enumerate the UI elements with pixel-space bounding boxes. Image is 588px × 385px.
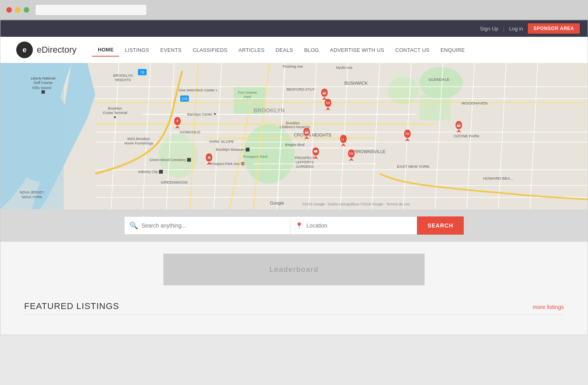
nav-classifieds[interactable]: CLASSIFIEDS [187,44,233,56]
svg-text:Myrtle Ave: Myrtle Ave [336,66,353,70]
location-wrapper: 📍 [290,216,417,235]
nav-home[interactable]: HOME [92,44,119,57]
svg-text:GOWANUS: GOWANUS [180,130,201,134]
svg-text:BROWNSVILLE: BROWNSVILLE [354,149,385,154]
svg-text:🍽: 🍽 [349,152,353,156]
search-button[interactable]: SEARCH [417,216,463,235]
svg-text:Park: Park [244,95,251,99]
svg-text:Home Furnishings: Home Furnishings [124,141,153,145]
header: e eDirectory HOME LISTINGS EVENTS CLASSI… [0,37,588,63]
leaderboard-section: Leaderboard [0,242,588,297]
svg-text:Brooklyn Museum ⬛: Brooklyn Museum ⬛ [216,147,250,152]
svg-text:LEFFERTS: LEFFERTS [296,160,314,164]
search-icon: 🔍 [129,221,138,230]
svg-text:HEIGHTS: HEIGHTS [115,78,131,82]
svg-text:BEDFORD-STUY: BEDFORD-STUY [287,87,315,91]
logo-text: eDirectory [37,45,76,55]
address-bar[interactable] [36,5,146,15]
svg-text:278: 278 [182,97,188,101]
leaderboard-box: Leaderboard [163,254,425,285]
nav-advertise[interactable]: ADVERTISE WITH US [324,44,390,56]
svg-text:BROOKLYN: BROOKLYN [254,107,285,114]
svg-text:NOVA YORK: NOVA YORK [22,195,42,199]
svg-text:©2016 Google · Dados cartográf: ©2016 Google · Dados cartográficos ©2016… [302,202,410,206]
svg-text:IKEA Brooklyn: IKEA Brooklyn [127,137,150,141]
svg-text:☕: ☕ [456,122,461,127]
svg-text:■: ■ [114,115,116,119]
minimize-dot[interactable] [15,7,21,13]
svg-text:Empire Blvd: Empire Blvd [285,143,304,147]
svg-text:📖: 📖 [313,149,318,154]
svg-text:Industry City ⬛: Industry City ⬛ [138,169,163,174]
map-container[interactable]: 278 78 Ellis Island ⬛ Liberty National G… [0,63,588,209]
svg-text:🍽: 🍽 [326,101,330,105]
nav-deals[interactable]: DEALS [270,44,299,56]
sponsor-button[interactable]: SPONSOR AREA [528,23,580,34]
svg-text:WOODHAVEN: WOODHAVEN [462,101,488,105]
svg-text:⬛: ⬛ [41,90,45,94]
close-dot[interactable] [6,7,12,13]
svg-text:CROWN HEIGHTS: CROWN HEIGHTS [294,133,331,137]
svg-text:🎁: 🎁 [341,137,346,141]
signup-link[interactable]: Sign Up [480,26,498,32]
top-bar: Sign Up | Log in SPONSOR AREA [0,20,588,37]
featured-title: FEATURED LISTINGS [24,301,119,311]
logo-icon: e [16,42,33,58]
svg-text:Fort Greene: Fort Greene [238,91,257,95]
nav-listings[interactable]: LISTINGS [119,44,155,56]
divider: | [503,26,504,32]
login-link[interactable]: Log in [509,26,523,32]
svg-text:BROOKLYN: BROOKLYN [113,74,133,78]
svg-text:OZONE PARK: OZONE PARK [454,134,480,138]
nav-events[interactable]: EVENTS [155,44,187,56]
featured-header: FEATURED LISTINGS more listings [24,301,564,315]
svg-text:GREENWOOD: GREENWOOD [161,180,188,184]
svg-text:Green-Wood Cemetery ⬛: Green-Wood Cemetery ⬛ [149,157,192,162]
browser-dots [6,7,29,13]
featured-section: FEATURED LISTINGS more listings [0,297,588,335]
svg-text:Barclays Center ⚑: Barclays Center ⚑ [187,112,216,116]
svg-text:78: 78 [140,70,144,74]
svg-text:Ellis Island: Ellis Island [32,85,51,90]
svg-text:Flushing Ave: Flushing Ave [283,64,303,68]
leaderboard-label: Leaderboard [269,266,319,274]
svg-rect-4 [0,63,64,209]
svg-text:☕: ☕ [322,90,327,95]
maximize-dot[interactable] [24,7,29,13]
map-svg: 278 78 Ellis Island ⬛ Liberty National G… [0,63,588,209]
nav-articles[interactable]: ARTICLES [233,44,270,56]
svg-text:PARK SLOPE: PARK SLOPE [209,139,234,144]
search-input[interactable] [141,222,285,229]
browser-chrome [0,0,588,20]
svg-text:Prospect Park Zoo 🦁: Prospect Park Zoo 🦁 [210,161,245,166]
svg-text:Brooklyn: Brooklyn [286,121,300,125]
nav-enquire[interactable]: ENQUIRE [435,44,470,56]
location-icon: 📍 [295,222,303,229]
svg-text:Golf Course: Golf Course [34,81,53,85]
location-input[interactable] [306,222,412,229]
svg-point-11 [419,67,463,99]
svg-text:GLENDALE: GLENDALE [429,77,450,82]
svg-text:Brooklyn: Brooklyn [108,106,122,110]
nav-contact[interactable]: CONTACT US [390,44,435,56]
site-wrapper: Sign Up | Log in SPONSOR AREA e eDirecto… [0,20,588,335]
main-nav: HOME LISTINGS EVENTS CLASSIFIEDS ARTICLE… [92,44,470,57]
search-bar: 🔍 📍 SEARCH [0,209,588,242]
svg-text:NOVA JERSEY: NOVA JERSEY [20,190,44,194]
svg-text:Google: Google [270,201,284,205]
nav-blog[interactable]: BLOG [299,44,324,56]
svg-text:Prospect Park: Prospect Park [243,154,268,159]
svg-text:PROSPECT: PROSPECT [295,156,315,160]
svg-text:One MetroTech Center ▪: One MetroTech Center ▪ [179,88,217,92]
svg-text:BUSHWICK: BUSHWICK [344,81,368,85]
svg-text:🏠: 🏠 [207,155,212,160]
svg-text:EAST NEW YORK: EAST NEW YORK [397,164,430,169]
svg-text:GARDENS: GARDENS [296,165,313,169]
logo[interactable]: e eDirectory [16,42,76,58]
svg-text:HOWARD BEA...: HOWARD BEA... [483,176,513,180]
svg-marker-5 [80,63,588,209]
svg-text:🍽: 🍽 [406,132,409,136]
more-listings-link[interactable]: more listings [533,304,564,310]
search-wrapper: 🔍 [124,216,290,235]
svg-text:☕: ☕ [304,129,309,134]
